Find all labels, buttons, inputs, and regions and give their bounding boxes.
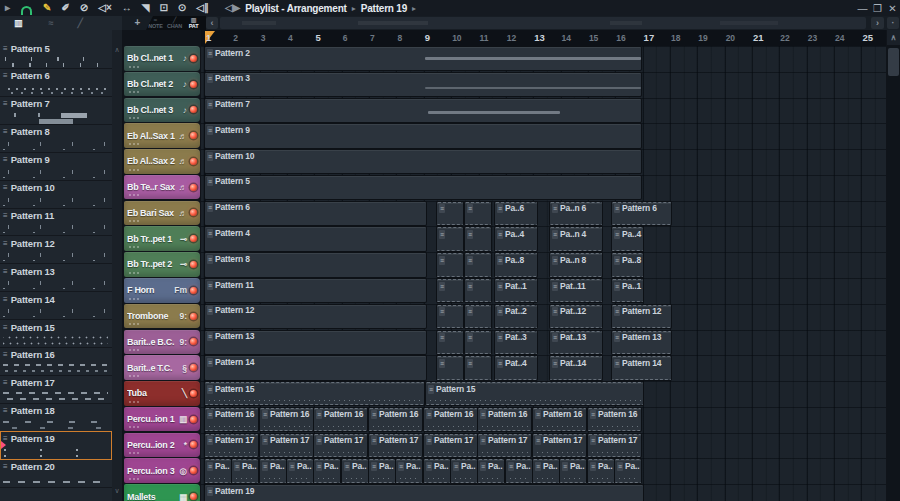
pattern-clip[interactable]: ≡Pa..	[451, 459, 477, 482]
pattern-clip[interactable]: ≡Pa..	[533, 459, 559, 482]
pattern-clip[interactable]: ≡	[465, 356, 491, 379]
pattern-clip[interactable]: ≡Pa..n 4	[550, 227, 602, 250]
pattern-clip[interactable]: ≡	[465, 331, 491, 354]
pattern-menu-icon[interactable]: ≡	[3, 462, 8, 471]
slide-icon[interactable]: ◥	[142, 0, 150, 16]
record-dot[interactable]	[190, 467, 197, 474]
record-dot[interactable]	[190, 158, 197, 165]
pattern-clip[interactable]: ≡Pattern 16	[314, 408, 367, 431]
zoom-icon[interactable]: ⊙	[178, 0, 186, 16]
pattern-clip[interactable]: ≡	[465, 202, 491, 225]
pattern-list-item[interactable]: ≡Pattern 16	[0, 347, 112, 376]
pattern-clip[interactable]: ≡Pat..11	[550, 279, 602, 302]
track-header[interactable]: Percu..ion 3◎	[124, 458, 200, 483]
record-dot[interactable]	[190, 390, 197, 397]
record-dot[interactable]	[190, 313, 197, 320]
pattern-menu-icon[interactable]: ≡	[3, 267, 8, 276]
play-icon[interactable]: ▸	[5, 0, 10, 16]
pattern-menu-icon[interactable]: ≡	[3, 44, 8, 53]
pattern-clip[interactable]: ≡Pat..2	[495, 305, 537, 328]
pattern-list-item[interactable]: ≡Pattern 7	[0, 96, 112, 125]
tab-note[interactable]: ≈NOTE	[146, 16, 165, 30]
record-dot[interactable]	[190, 81, 197, 88]
select-icon[interactable]: ⊡	[159, 0, 167, 16]
pattern-clip[interactable]: ≡Pa..8	[495, 253, 537, 276]
track-header[interactable]: Percu..ion 1▥	[124, 407, 200, 432]
pattern-clip[interactable]: ≡	[437, 279, 463, 302]
pattern-clip[interactable]: ≡Pa..	[396, 459, 422, 482]
track-header[interactable]: Bb Cl..net 1♪	[124, 46, 200, 71]
pattern-clip[interactable]: ≡Pa..6	[495, 202, 537, 225]
preview-speaker-icon[interactable]: ◁∥	[196, 0, 209, 16]
tab-chan[interactable]: ╱CHAN	[165, 16, 184, 30]
window-menu-icon[interactable]: ◁▶	[225, 0, 240, 16]
pattern-clip[interactable]: ≡Pat..12	[550, 305, 602, 328]
pattern-menu-icon[interactable]: ≡	[3, 183, 8, 192]
pattern-clip[interactable]: ≡	[437, 356, 463, 379]
tab-pat[interactable]: ▥PAT	[184, 16, 203, 30]
pattern-menu-icon[interactable]: ≡	[3, 127, 8, 136]
pattern-clip[interactable]: ≡Pa..	[615, 459, 641, 482]
pattern-clip[interactable]: ≡Pattern 12	[205, 305, 426, 328]
track-header[interactable]: Tuba╲	[124, 381, 200, 406]
pattern-clip[interactable]: ≡Pattern 7	[205, 99, 641, 122]
pattern-clip[interactable]: ≡Pattern 17	[478, 434, 531, 457]
track-header[interactable]: Bb Cl..net 2♪	[124, 72, 200, 97]
pattern-clip[interactable]: ≡Pa..	[588, 459, 614, 482]
pattern-clip[interactable]: ≡Pattern 17	[533, 434, 586, 457]
pattern-clip[interactable]: ≡Pattern 19	[205, 485, 643, 501]
scroll-right-button[interactable]: ›	[871, 17, 884, 29]
pattern-clip[interactable]: ≡Pattern 8	[205, 253, 426, 276]
record-dot[interactable]	[190, 184, 197, 191]
automation-icon[interactable]: ╱	[77, 16, 82, 30]
track-header[interactable]: Barit..e T.C.§	[124, 355, 200, 380]
pattern-clip[interactable]: ≡	[465, 227, 491, 250]
breadcrumb[interactable]: ◁▶ Playlist - Arrangement ▸ Pattern 19 ▸	[220, 0, 421, 16]
pattern-clip[interactable]: ≡Pattern 4	[205, 227, 426, 250]
pattern-clip[interactable]: ≡Pattern 16	[205, 408, 258, 431]
pattern-menu-icon[interactable]: ≡	[3, 323, 8, 332]
pattern-menu-icon[interactable]: ≡	[3, 99, 8, 108]
pattern-clip[interactable]: ≡Pat..4	[495, 356, 537, 379]
pattern-clip[interactable]: ≡	[437, 331, 463, 354]
audio-wave-icon[interactable]: ≈	[49, 16, 54, 30]
pattern-list-item[interactable]: ≡Pattern 13	[0, 263, 112, 292]
record-dot[interactable]	[190, 493, 197, 500]
pattern-menu-icon[interactable]: ≡	[3, 406, 8, 415]
pattern-clip[interactable]: ≡Pattern 12	[612, 305, 671, 328]
track-header[interactable]: Percu..ion 2*	[124, 433, 200, 458]
pattern-panel-scrollbar[interactable]: ∧∨	[112, 30, 122, 501]
pattern-list-item[interactable]: ≡Pattern 19	[0, 431, 112, 460]
pattern-clip[interactable]: ≡Pattern 16	[533, 408, 586, 431]
pattern-clip[interactable]: ≡Pattern 16	[424, 408, 477, 431]
record-dot[interactable]	[190, 106, 197, 113]
pattern-clip[interactable]: ≡Pa..	[342, 459, 368, 482]
record-dot[interactable]	[190, 132, 197, 139]
pattern-clip[interactable]: ≡Pattern 13	[205, 331, 426, 354]
pattern-clip[interactable]: ≡Pattern 16	[369, 408, 422, 431]
record-dot[interactable]	[190, 261, 197, 268]
pattern-clip[interactable]: ≡Pa..	[287, 459, 313, 482]
pencil-icon[interactable]: ✎	[43, 0, 51, 16]
pattern-clip[interactable]: ≡Pattern 5	[205, 176, 641, 199]
pattern-clip[interactable]: ≡Pattern 16	[478, 408, 531, 431]
pattern-clip[interactable]: ≡Pat..14	[550, 356, 602, 379]
pattern-clip[interactable]: ≡Pattern 15	[205, 382, 424, 405]
pattern-clip[interactable]: ≡Pa..4	[612, 227, 643, 250]
pattern-list-item[interactable]: ≡Pattern 15	[0, 319, 112, 348]
pattern-menu-icon[interactable]: ≡	[3, 239, 8, 248]
pattern-clip[interactable]: ≡Pa..	[424, 459, 450, 482]
pattern-list-item[interactable]: ≡Pattern 5	[0, 40, 112, 69]
restore-button[interactable]: ❐	[870, 3, 885, 14]
pattern-list-item[interactable]: ≡Pattern 14	[0, 291, 112, 320]
pattern-clip[interactable]: ≡Pat..3	[495, 331, 537, 354]
track-header[interactable]: Bb Cl..net 3♪	[124, 98, 200, 123]
pattern-clip[interactable]: ≡Pattern 14	[205, 356, 426, 379]
pattern-list-item[interactable]: ≡Pattern 9	[0, 152, 112, 181]
pattern-clip[interactable]: ≡Pattern 16	[260, 408, 313, 431]
pattern-clip[interactable]: ≡Pattern 17	[260, 434, 313, 457]
track-header[interactable]: Eb Al..Sax 2♬	[124, 149, 200, 174]
brush-icon[interactable]: ✐	[61, 0, 69, 16]
pattern-clip[interactable]: ≡Pattern 2	[205, 47, 641, 70]
pattern-clip[interactable]: ≡Pat..1	[495, 279, 537, 302]
